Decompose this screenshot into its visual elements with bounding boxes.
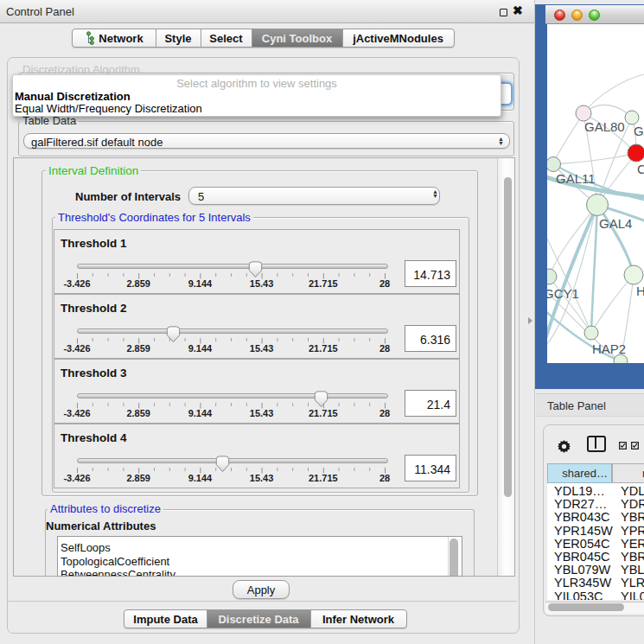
svg-text:GAL4: GAL4 (599, 216, 632, 231)
svg-text:HAP2: HAP2 (592, 341, 626, 356)
svg-text:GAL11: GAL11 (556, 171, 596, 186)
svg-text:GAL80: GAL80 (584, 119, 625, 134)
svg-text:H: H (636, 284, 644, 298)
svg-text:GCY1: GCY1 (547, 286, 579, 301)
svg-text:GA: GA (634, 124, 644, 138)
svg-text:C: C (637, 162, 644, 176)
